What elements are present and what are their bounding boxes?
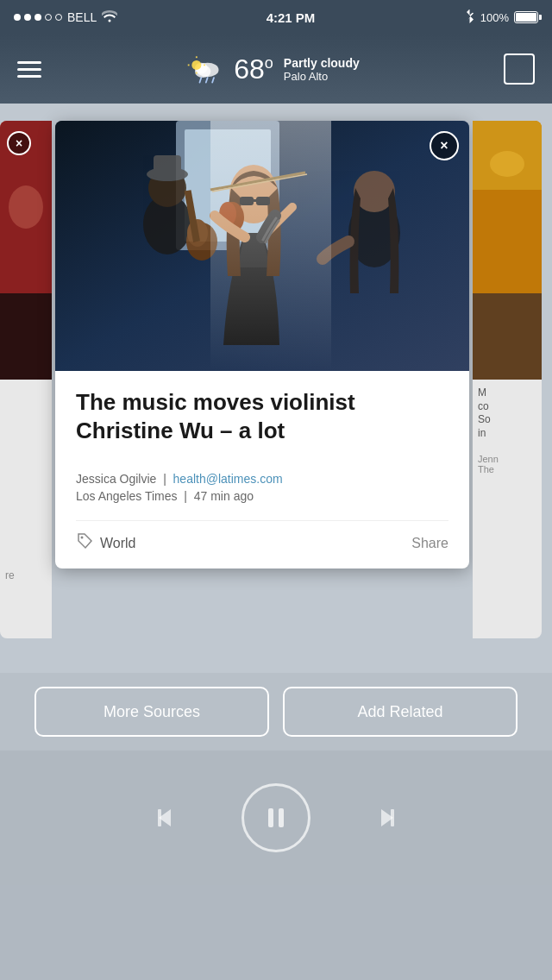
pause-button[interactable]: [242, 783, 310, 852]
action-bar: More Sources Add Related: [0, 673, 552, 751]
svg-point-38: [490, 151, 524, 177]
signal-dot-3: [34, 14, 41, 21]
hamburger-menu[interactable]: [17, 61, 41, 78]
tag-label[interactable]: World: [76, 531, 136, 555]
temperature: 68o: [234, 53, 273, 85]
signal-dots: [14, 14, 62, 21]
status-left: BELL: [14, 10, 117, 25]
signal-dot-4: [45, 14, 52, 21]
card-right-title: M co So in: [473, 380, 542, 447]
hamburger-line-1: [17, 61, 41, 64]
square-button[interactable]: [504, 53, 535, 85]
svg-point-12: [9, 185, 43, 229]
svg-line-8: [200, 78, 202, 82]
close-center-button[interactable]: ×: [430, 131, 459, 160]
card-left[interactable]: × re: [0, 121, 52, 638]
weather-info: 68o Partly cloudy Palo Alto: [185, 53, 360, 85]
card-footer: World Share: [76, 520, 448, 555]
content-area: × re: [0, 104, 552, 673]
bluetooth-icon: [464, 9, 475, 26]
author-email[interactable]: health@latimes.com: [173, 472, 283, 486]
svg-rect-43: [279, 808, 284, 827]
svg-rect-20: [154, 155, 181, 178]
close-left-button[interactable]: ×: [7, 131, 31, 155]
wifi-icon: [102, 10, 117, 25]
svg-rect-42: [268, 808, 273, 827]
share-button[interactable]: Share: [411, 536, 448, 551]
card-left-label: re: [0, 564, 52, 587]
more-sources-button[interactable]: More Sources: [34, 687, 269, 737]
svg-rect-13: [0, 293, 52, 380]
weather-description: Partly cloudy Palo Alto: [284, 56, 360, 83]
svg-point-3: [192, 60, 202, 70]
weather-condition: Partly cloudy: [284, 56, 360, 70]
next-button[interactable]: [362, 799, 400, 837]
svg-rect-39: [473, 293, 542, 380]
card-title: The music moves violinist Christine Wu –…: [76, 388, 448, 444]
time-ago: 47 min ago: [194, 489, 254, 503]
center-card: × The music moves violinist Christine Wu…: [55, 121, 469, 569]
card-right-image: [473, 121, 542, 380]
svg-point-35: [81, 537, 84, 539]
card-right-author: Jenn The: [473, 447, 542, 478]
hamburger-line-2: [17, 68, 41, 71]
card-left-image: ×: [0, 121, 52, 380]
source-name: Los Angeles Times: [76, 489, 178, 503]
signal-dot-2: [24, 14, 31, 21]
battery-icon: [514, 11, 538, 23]
add-related-button[interactable]: Add Related: [283, 687, 518, 737]
signal-dot-5: [55, 14, 62, 21]
signal-dot-1: [14, 14, 21, 21]
status-time: 4:21 PM: [267, 10, 316, 25]
weather-location: Palo Alto: [284, 70, 360, 83]
carrier-label: BELL: [67, 10, 97, 24]
tag-text: World: [100, 536, 136, 551]
author-name: Jessica Ogilvie: [76, 472, 156, 486]
navbar: 68o Partly cloudy Palo Alto: [0, 35, 552, 104]
svg-line-9: [206, 78, 208, 82]
tag-icon: [76, 531, 93, 555]
hamburger-line-3: [17, 75, 41, 78]
card-hero-image: ×: [55, 121, 469, 371]
status-bar: BELL 4:21 PM 100%: [0, 0, 552, 35]
weather-icon: [185, 53, 223, 85]
card-meta: Los Angeles Times | 47 min ago: [76, 489, 448, 503]
cards-strip: × re: [0, 121, 552, 673]
status-right: 100%: [464, 9, 538, 26]
svg-rect-45: [391, 809, 394, 826]
card-body: The music moves violinist Christine Wu –…: [55, 371, 469, 569]
player-bar: [0, 751, 552, 885]
battery-fill: [516, 13, 536, 22]
card-right[interactable]: M co So in Jenn The: [473, 121, 542, 638]
battery-percentage: 100%: [480, 11, 509, 24]
svg-line-10: [212, 78, 214, 82]
card-author: Jessica Ogilvie | health@latimes.com: [76, 472, 448, 486]
svg-rect-41: [158, 809, 161, 826]
previous-button[interactable]: [152, 799, 190, 837]
svg-rect-34: [210, 121, 331, 371]
